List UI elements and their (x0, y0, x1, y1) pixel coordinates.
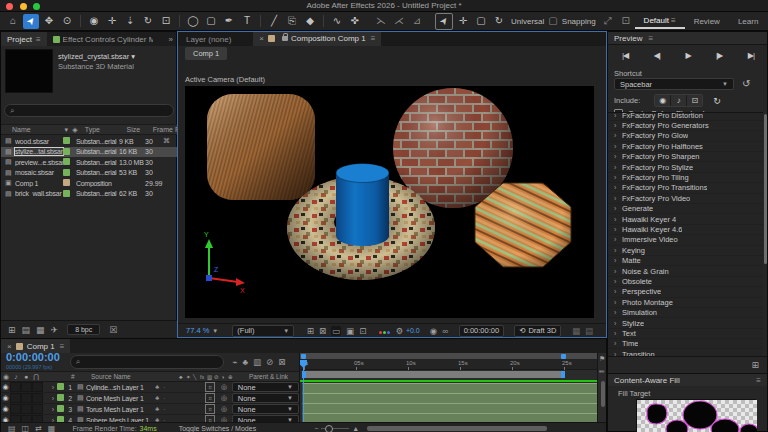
label-color-swatch[interactable] (63, 190, 76, 198)
effects-category[interactable]: ›Immersive Video (608, 235, 763, 245)
gear-icon[interactable]: ⚙ (396, 326, 404, 336)
reset-icon[interactable]: ↺ (742, 78, 750, 89)
3d-layer-switch[interactable]: ⌗ (205, 382, 215, 392)
graph-editor-icon[interactable]: ⊠ (278, 357, 285, 367)
gizmo-position-tool-icon[interactable]: ✛ (455, 14, 471, 29)
pick-whip-icon[interactable]: ◎ (221, 405, 232, 413)
dolly-camera-tool-icon[interactable]: ⇣ (122, 14, 138, 29)
lock-column-icon[interactable]: ⋂ (31, 373, 41, 381)
twirl-icon[interactable]: › (49, 406, 58, 413)
switch-column-icon[interactable]: ╲ (193, 374, 200, 380)
solo-cell[interactable] (21, 404, 32, 414)
eye-icon[interactable]: ◉ (1, 405, 10, 413)
timeline-horizontal-scrollbar[interactable] (367, 426, 547, 431)
sort-icon[interactable]: ▾ (64, 126, 72, 134)
shy-switch[interactable]: ♣ (155, 406, 159, 412)
workspace-tab-learn[interactable]: Learn (729, 15, 767, 28)
channel-rgb-icon[interactable] (379, 326, 391, 336)
universal-gizmo-label[interactable]: Universal (511, 17, 544, 26)
show-snapshot-icon[interactable]: ∞ (442, 326, 448, 336)
timeline-zoom-control[interactable]: − ▲ (314, 425, 359, 432)
zoom-gizmo-tool-icon[interactable]: ⤢ (600, 14, 616, 29)
effects-category[interactable]: ›Time (608, 339, 763, 349)
shy-switch[interactable]: ♣ (155, 384, 159, 390)
label-color-swatch[interactable] (63, 137, 76, 145)
layer-switches[interactable]: ♣· (155, 406, 205, 412)
zoom-in-icon[interactable]: ▲ (352, 425, 359, 432)
resolution-select[interactable]: (Full)▼ (232, 325, 294, 337)
layer-duration-row[interactable] (300, 402, 598, 412)
pan-camera-tool-icon[interactable]: ✛ (104, 14, 120, 29)
transparency-grid-icon[interactable]: ▣ (346, 326, 354, 336)
comp-quick-tab[interactable]: Comp 1 (185, 47, 227, 60)
layer-row[interactable]: ◉›2▤Cone Mesh Layer 1♣·⌗◎None▼ (1, 393, 299, 404)
expand-switches-icon[interactable]: ▤ (8, 424, 16, 432)
snapping-checkbox[interactable]: ▢ (548, 14, 557, 29)
tab-overflow-icon[interactable]: » (169, 35, 173, 44)
project-row[interactable]: ▤mosaic.sbsarSubstan...erial53 KB30 (1, 168, 178, 179)
tab-project[interactable]: Project ≡ (1, 32, 47, 46)
navigator-end-handle[interactable] (561, 354, 566, 359)
interpret-footage-icon[interactable]: ⊞ (8, 325, 16, 335)
audio-cell[interactable] (10, 404, 21, 414)
layer-label-swatch[interactable] (57, 405, 68, 413)
world-axis-mode-tool-icon[interactable]: ⋌ (391, 14, 407, 29)
mini-flowchart-icon[interactable]: ⌁ (232, 357, 237, 367)
panel-menu-icon[interactable]: ≡ (371, 34, 376, 43)
frame-blending-icon[interactable]: ▥ (253, 357, 261, 367)
quality-switch[interactable]: · (163, 395, 165, 401)
pick-whip-icon[interactable]: ◎ (221, 394, 232, 402)
project-row[interactable]: ▤preview...e.sbsarSubstan...erial13.0 MB… (1, 157, 178, 168)
camera-region-tool-icon[interactable]: ⊡ (158, 14, 174, 29)
minimize-window-button[interactable] (20, 3, 27, 10)
layer-row[interactable]: ◉›3▤Torus Mesh Layer 1♣·⌗◎None▼ (1, 404, 299, 415)
panel-menu-icon[interactable]: ≡ (60, 342, 65, 351)
layer-name[interactable]: Cone Mesh Layer 1 (86, 395, 155, 402)
eraser-tool-icon[interactable]: ◆ (302, 14, 318, 29)
hand-tool-icon[interactable]: ✥ (41, 14, 57, 29)
effects-scrollbar[interactable] (764, 114, 767, 264)
layer-duration-row[interactable] (300, 382, 598, 392)
active-camera-label[interactable]: Active Camera (Default) (185, 75, 265, 84)
workspace-menu-icon[interactable]: ≡ (671, 16, 676, 25)
time-navigator[interactable] (300, 353, 598, 360)
effects-category[interactable]: ›FxFactory Pro Tiling (608, 173, 763, 183)
solo-column-icon[interactable]: ● (21, 373, 31, 380)
puppet-pin-tool-icon[interactable]: ✜ (347, 14, 363, 29)
layer-switches[interactable]: ♣· (155, 395, 205, 401)
magnification-dropdown-icon[interactable]: ▼ (212, 328, 218, 334)
effects-category[interactable]: ›FxFactory Pro Glow (608, 131, 763, 141)
video-eye-column-icon[interactable]: ◉ (1, 373, 11, 381)
switch-column-icon[interactable]: ◑ (221, 374, 228, 380)
effects-category[interactable]: ›Generate (608, 204, 763, 214)
switch-column-icon[interactable]: ♣ (179, 374, 186, 380)
motion-blur-icon[interactable]: ⊘ (266, 357, 273, 367)
effects-category[interactable]: ›Hawaiki Keyer 4 (608, 214, 763, 224)
source-name-column[interactable]: Source Name (91, 373, 179, 380)
brush-tool-icon[interactable]: ╱ (266, 14, 282, 29)
expand-transfer-icon[interactable]: ◫ (22, 424, 30, 432)
workspace-tab-default[interactable]: Default≡ (635, 14, 685, 29)
effects-category[interactable]: ›Stylize (608, 318, 763, 328)
clone-stamp-tool-icon[interactable]: ⎘ (284, 14, 300, 29)
label-color-swatch[interactable] (63, 179, 76, 187)
region-of-interest-icon[interactable]: ▭ (331, 326, 341, 336)
type-tool-icon[interactable]: T (239, 14, 255, 29)
column-size[interactable]: Size (127, 126, 153, 133)
toggle-switches-modes-button[interactable]: Toggle Switches / Modes (179, 425, 256, 432)
pencil-icon[interactable]: ✏ (599, 368, 605, 376)
zoom-slider-knob[interactable] (325, 425, 333, 432)
effects-category[interactable]: ›Obsolete (608, 277, 763, 287)
label-color-swatch[interactable] (63, 158, 76, 166)
column-name[interactable]: Name (1, 126, 64, 133)
effects-category[interactable]: ›Text (608, 329, 763, 339)
maximize-window-button[interactable] (33, 3, 40, 10)
bit-depth-button[interactable]: 8 bpc (67, 324, 100, 335)
label-color-swatch[interactable] (63, 169, 76, 177)
parent-select[interactable]: None▼ (232, 382, 299, 393)
shy-layers-icon[interactable]: ♣ (242, 357, 248, 367)
footage-name[interactable]: mosaic.sbsar (15, 169, 63, 176)
footage-name[interactable]: wood.sbsar (15, 138, 63, 145)
twirl-icon[interactable]: › (49, 384, 58, 391)
column-type[interactable]: Type (85, 126, 127, 133)
